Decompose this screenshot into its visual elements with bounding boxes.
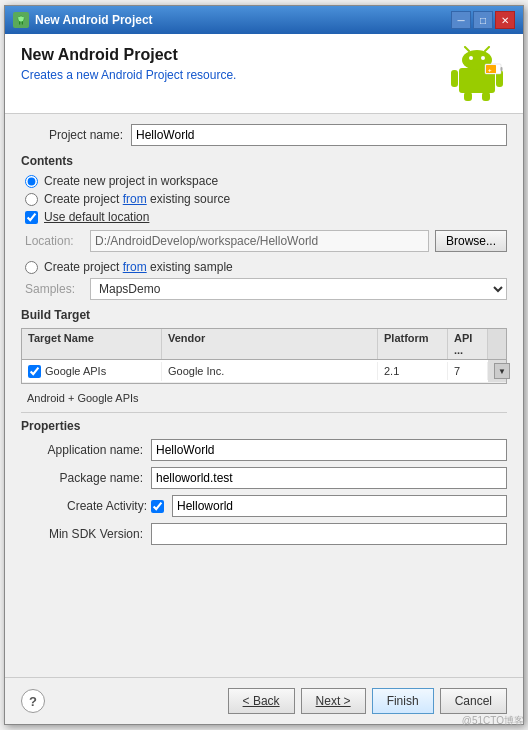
dialog-content: Project name: Contents Create new projec… xyxy=(5,114,523,677)
target-info: Android + Google APIs xyxy=(21,390,507,406)
dialog-subtitle: Creates a new Android Project resource. xyxy=(21,68,439,82)
target-checkbox[interactable] xyxy=(28,365,41,378)
radio-new-project-row: Create new project in workspace xyxy=(21,174,507,188)
target-name-text: Google APIs xyxy=(45,365,106,377)
properties-label: Properties xyxy=(21,419,507,433)
create-activity-checkbox[interactable] xyxy=(151,500,164,513)
window-icon xyxy=(13,12,29,28)
header-area: New Android Project Creates a new Androi… xyxy=(5,34,523,114)
min-sdk-row: Min SDK Version: xyxy=(21,523,507,545)
radio-existing-source-label: Create project from existing source xyxy=(44,192,230,206)
radio-existing-sample-row: Create project from existing sample xyxy=(21,260,507,274)
browse-button[interactable]: Browse... xyxy=(435,230,507,252)
pkg-name-input[interactable] xyxy=(151,467,507,489)
location-row: Location: Browse... xyxy=(21,230,507,252)
app-name-row: Application name: xyxy=(21,439,507,461)
svg-rect-1 xyxy=(19,22,20,25)
back-button[interactable]: < Back xyxy=(228,688,295,714)
project-name-input[interactable] xyxy=(131,124,507,146)
table-body: Google APIs Google Inc. 2.1 7 ▼ xyxy=(22,360,506,383)
td-scroll: ▼ xyxy=(488,360,506,382)
svg-rect-2 xyxy=(22,22,23,25)
pkg-name-row: Package name: xyxy=(21,467,507,489)
pkg-name-label: Package name: xyxy=(21,471,151,485)
project-name-row: Project name: xyxy=(21,124,507,146)
min-sdk-input[interactable] xyxy=(151,523,507,545)
use-default-location-checkbox[interactable] xyxy=(25,211,38,224)
minimize-button[interactable]: ─ xyxy=(451,11,471,29)
svg-point-8 xyxy=(481,56,485,60)
close-button[interactable]: ✕ xyxy=(495,11,515,29)
td-target-name: Google APIs xyxy=(22,362,162,381)
samples-select[interactable]: MapsDemo xyxy=(90,278,507,300)
window-title: New Android Project xyxy=(35,13,451,27)
header-text: New Android Project Creates a new Androi… xyxy=(21,46,439,82)
location-input[interactable] xyxy=(90,230,429,252)
use-default-location-row: Use default location xyxy=(21,210,507,224)
create-activity-input[interactable] xyxy=(172,495,507,517)
app-name-label: Application name: xyxy=(21,443,151,457)
create-activity-row: Create Activity: xyxy=(21,495,507,517)
divider xyxy=(21,412,507,413)
svg-point-7 xyxy=(469,56,473,60)
svg-rect-13 xyxy=(464,92,472,101)
td-api: 7 xyxy=(448,362,488,380)
title-bar-controls: ─ □ ✕ xyxy=(451,11,515,29)
app-name-input[interactable] xyxy=(151,439,507,461)
build-target-table: Target Name Vendor Platform API ... Goog… xyxy=(21,328,507,384)
dialog-footer: ? < Back Next > Finish Cancel xyxy=(5,677,523,724)
table-row: Google APIs Google Inc. 2.1 7 ▼ xyxy=(22,360,506,383)
next-button[interactable]: Next > xyxy=(301,688,366,714)
col-target-name: Target Name xyxy=(22,329,162,359)
td-platform: 2.1 xyxy=(378,362,448,380)
watermark: @51CTO博客 xyxy=(462,714,524,728)
svg-rect-16 xyxy=(501,67,503,71)
project-name-label: Project name: xyxy=(21,128,131,142)
col-scroll xyxy=(488,329,506,359)
help-button[interactable]: ? xyxy=(21,689,45,713)
radio-existing-sample-label: Create project from existing sample xyxy=(44,260,233,274)
min-sdk-label: Min SDK Version: xyxy=(21,527,151,541)
svg-line-10 xyxy=(485,47,489,51)
col-api: API ... xyxy=(448,329,488,359)
samples-label: Samples: xyxy=(25,282,90,296)
contents-section: Contents Create new project in workspace… xyxy=(21,154,507,300)
cancel-button[interactable]: Cancel xyxy=(440,688,507,714)
properties-section: Application name: Package name: Create A… xyxy=(21,439,507,545)
radio-new-project-label: Create new project in workspace xyxy=(44,174,218,188)
svg-line-9 xyxy=(465,47,469,51)
contents-label: Contents xyxy=(21,154,507,168)
location-label: Location: xyxy=(25,234,90,248)
svg-rect-14 xyxy=(482,92,490,101)
main-window: New Android Project ─ □ ✕ New Android Pr… xyxy=(4,5,524,725)
finish-button[interactable]: Finish xyxy=(372,688,434,714)
radio-existing-sample[interactable] xyxy=(25,261,38,274)
title-bar: New Android Project ─ □ ✕ xyxy=(5,6,523,34)
svg-text:+: + xyxy=(488,67,492,73)
radio-existing-source-row: Create project from existing source xyxy=(21,192,507,206)
radio-existing-source[interactable] xyxy=(25,193,38,206)
use-default-location-label: Use default location xyxy=(44,210,149,224)
radio-new-project[interactable] xyxy=(25,175,38,188)
svg-rect-11 xyxy=(451,70,458,87)
samples-row: Samples: MapsDemo xyxy=(21,278,507,300)
android-logo: + xyxy=(447,46,507,101)
dialog-title: New Android Project xyxy=(21,46,439,64)
col-platform: Platform xyxy=(378,329,448,359)
td-vendor: Google Inc. xyxy=(162,362,378,380)
maximize-button[interactable]: □ xyxy=(473,11,493,29)
table-header: Target Name Vendor Platform API ... xyxy=(22,329,506,360)
create-activity-label: Create Activity: xyxy=(21,499,151,513)
build-target-label: Build Target xyxy=(21,308,507,322)
col-vendor: Vendor xyxy=(162,329,378,359)
